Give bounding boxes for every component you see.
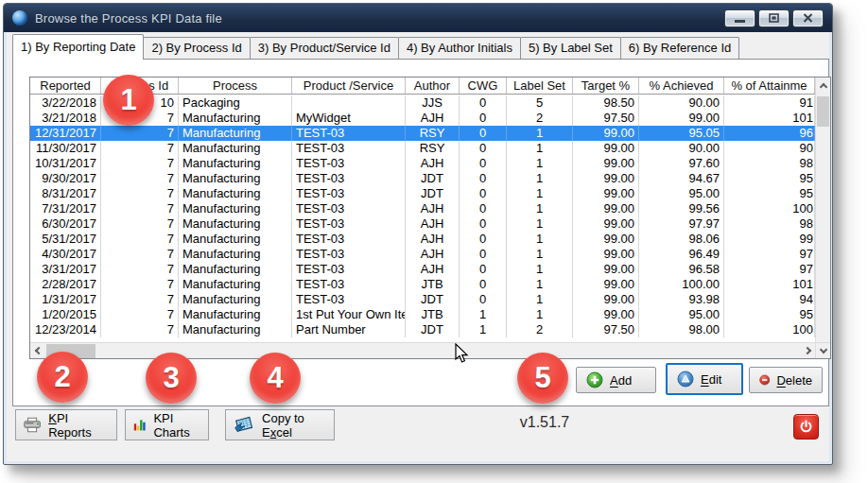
table-cell: 96.49 (639, 247, 724, 262)
tab-1[interactable]: 1) By Reporting Date (12, 34, 144, 60)
copy-to-excel-button[interactable]: Copy to Excel (225, 409, 335, 440)
table-cell: JTB (406, 277, 460, 292)
table-cell: 7 (101, 216, 179, 232)
table-cell: 1 (507, 216, 573, 232)
edit-button-label: Edit (701, 372, 721, 387)
delete-button[interactable]: Delete (749, 367, 823, 393)
column-header[interactable]: CWG (460, 78, 507, 94)
callout-5: 5 (517, 353, 568, 404)
table-row[interactable]: 1/31/20177ManufacturingTEST-03JDT0199.00… (30, 292, 815, 307)
table-cell: JJS (406, 95, 460, 111)
table-cell: 98.59 (724, 156, 815, 171)
table-cell: Manufacturing (179, 111, 292, 126)
table-cell: Manufacturing (179, 171, 292, 186)
table-cell (292, 95, 406, 111)
table-cell: TEST-03 (292, 171, 406, 186)
table-cell: 99.00 (639, 111, 724, 126)
copy-to-excel-label: Copy to Excel (262, 411, 326, 440)
table-cell: 99.00 (573, 247, 639, 262)
tab-6[interactable]: 6) By Reference Id (620, 37, 739, 59)
minimize-button[interactable] (724, 9, 755, 27)
table-cell: 0 (460, 216, 507, 232)
close-button[interactable] (792, 9, 824, 27)
table-cell: 99.56 (639, 201, 724, 216)
chevron-right-icon (803, 347, 810, 354)
table-cell: 0 (460, 95, 507, 111)
table-cell: TEST-03 (292, 247, 406, 262)
table-cell: 99.00 (573, 171, 639, 186)
table-cell: 99.00 (573, 292, 639, 307)
table-cell: 7 (101, 292, 179, 307)
tab-2[interactable]: 2) By Process Id (143, 37, 250, 59)
table-cell: 95.00 (639, 307, 724, 322)
table-row[interactable]: 9/30/20177ManufacturingTEST-03JDT0199.00… (30, 171, 815, 186)
table-cell: 0 (460, 262, 507, 277)
column-header[interactable]: % Achieved (639, 78, 724, 94)
scroll-right-button[interactable] (799, 343, 815, 359)
tab-4[interactable]: 4) By Author Initials (398, 37, 521, 59)
kpi-reports-button[interactable]: KPI Reports (15, 409, 117, 440)
table-cell: 99.00 (573, 141, 639, 156)
table-row[interactable]: 1/20/20157Manufacturing1st Put Your Own … (30, 307, 815, 322)
table-cell: 98.00 (639, 322, 724, 337)
table-cell: AJH (406, 247, 460, 262)
maximize-button[interactable] (758, 9, 790, 27)
kpi-charts-button[interactable]: KPI Charts (125, 409, 209, 440)
column-header[interactable]: % of Attainme (724, 78, 815, 94)
exit-power-button[interactable] (793, 414, 819, 440)
screenshot-stage: Browse the Process KPI Data file 1) By R… (0, 0, 868, 483)
scroll-left-button[interactable] (30, 343, 46, 359)
table-cell: 1 (460, 322, 507, 337)
table-cell: 96.01 (724, 126, 815, 141)
edit-button[interactable]: Edit (666, 363, 743, 395)
table-cell: 12/23/2014 (30, 322, 101, 337)
column-header[interactable]: Process (179, 78, 292, 94)
table-cell: TEST-03 (292, 232, 406, 247)
horizontal-scrollbar[interactable] (30, 342, 815, 358)
table-row[interactable]: 3/31/20177ManufacturingTEST-03AJH0199.00… (30, 262, 815, 277)
callout-3: 3 (146, 353, 197, 404)
table-cell: JTB (406, 307, 460, 322)
column-header[interactable]: Target % (573, 78, 639, 94)
table-cell: 1 (507, 156, 573, 171)
column-header[interactable]: Author (406, 78, 460, 94)
table-row[interactable]: 2/28/20177ManufacturingTEST-03JTB0199.00… (30, 277, 815, 292)
table-row[interactable]: 8/31/20177ManufacturingTEST-03JDT0199.00… (30, 186, 815, 201)
scroll-up-button[interactable] (816, 78, 830, 94)
table-cell: 99.00 (573, 186, 639, 201)
table-cell: 8/31/2017 (30, 186, 101, 201)
table-cell: 1 (507, 126, 573, 141)
table-row[interactable]: 6/30/20177ManufacturingTEST-03AJH0199.00… (30, 216, 815, 232)
scroll-down-button[interactable] (815, 342, 830, 358)
table-cell: 2/28/2017 (30, 277, 101, 292)
column-header[interactable]: Product /Service (292, 78, 406, 94)
table-cell: 99.00 (573, 277, 639, 292)
vertical-scrollbar[interactable] (815, 78, 830, 342)
add-button[interactable]: Add (576, 367, 656, 393)
table-cell: 99.00 (573, 262, 639, 277)
table-row[interactable]: 12/31/20177ManufacturingTEST-03RSY0199.0… (30, 126, 815, 141)
table-cell: 1 (460, 307, 507, 322)
table-cell: MyWidget (292, 111, 406, 126)
column-header[interactable]: Reported (30, 78, 101, 94)
table-row[interactable]: 10/31/20177ManufacturingTEST-03AJH0199.0… (30, 156, 815, 171)
table-cell: 7 (101, 156, 179, 171)
table-cell: Manufacturing (179, 232, 292, 247)
table-cell: 0 (460, 156, 507, 171)
table-row[interactable]: 7/31/20177ManufacturingTEST-03AJH0199.00… (30, 201, 815, 216)
table-row[interactable]: 4/30/20177ManufacturingTEST-03AJH0199.00… (30, 247, 815, 262)
table-row[interactable]: 5/31/20177ManufacturingTEST-03AJH0199.00… (30, 232, 815, 247)
table-cell: 7 (101, 322, 179, 337)
excel-export-icon (234, 415, 254, 436)
table-row[interactable]: 11/30/20177ManufacturingTEST-03RSY0199.0… (30, 141, 815, 156)
vertical-scrollbar-thumb[interactable] (817, 96, 829, 127)
table-cell: Part Number (292, 322, 406, 337)
column-header[interactable]: Label Set (507, 78, 573, 94)
table-cell: Manufacturing (179, 307, 292, 322)
tab-3[interactable]: 3) By Product/Service Id (250, 37, 399, 59)
tab-5[interactable]: 5) By Label Set (520, 37, 621, 59)
table-row[interactable]: 12/23/20147ManufacturingPart NumberJDT12… (30, 322, 815, 337)
table-cell: 94.67 (639, 171, 724, 186)
table-cell: 99.00 (573, 156, 639, 171)
table-cell: Manufacturing (179, 156, 292, 171)
